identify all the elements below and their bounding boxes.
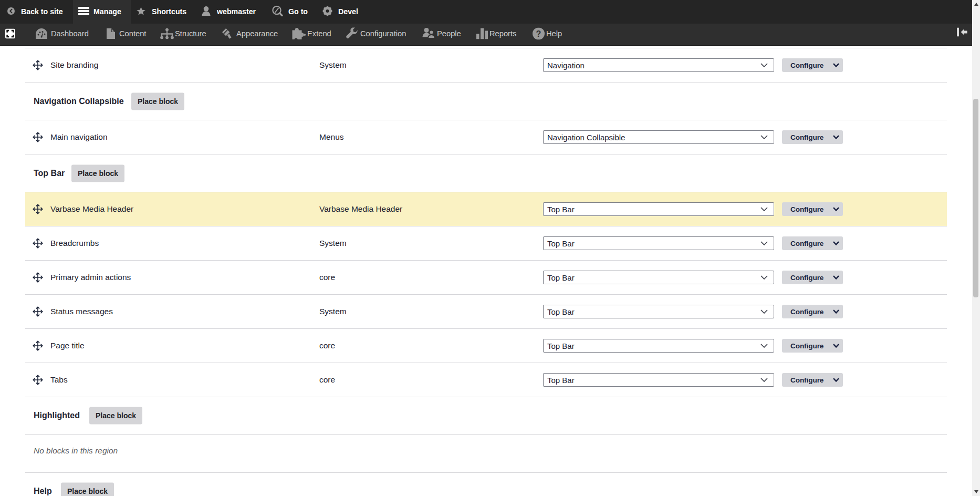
svg-text:?: ? <box>536 29 541 38</box>
